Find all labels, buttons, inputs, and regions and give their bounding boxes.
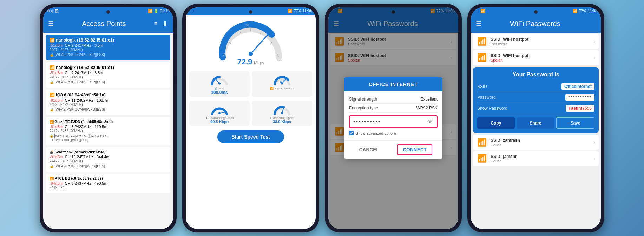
- ping-gauge-svg: [209, 73, 230, 85]
- speed-row: ⬇ Downloading Speed 99.5 Kbps: [186, 99, 316, 128]
- chevron-icon-4-4: ›: [593, 156, 595, 161]
- wifi-card-6[interactable]: 📶 PTCL-BB (c8:3a:35:9a:e2:59) -94dBm CH …: [46, 174, 170, 193]
- wifi-name-1: 📶 nanologix (18:52:82:f5:01:e1): [50, 38, 167, 43]
- password-field[interactable]: •••••••••• 👁: [349, 115, 438, 128]
- download-value: 99.5 Kbps: [191, 120, 248, 124]
- svg-text:50: 50: [245, 24, 249, 27]
- save-button[interactable]: Save: [556, 117, 594, 129]
- download-icon: ⬇ Downloading Speed: [191, 116, 248, 120]
- wifi-freq-4: 2412 - 2432 (20MHz): [50, 129, 167, 134]
- wifi-freq-3: 2452 - 2472 (20MHz): [50, 102, 167, 107]
- pw-info-4-2: SSID: WIFI hostpot Spoian: [491, 53, 590, 62]
- pw-ssid-4-1: SSID: WIFI hostpot: [491, 37, 590, 42]
- filter-icon-1[interactable]: ≡: [154, 20, 158, 27]
- password-dots: ••••••••••: [353, 119, 381, 125]
- status-left-icons-1: ✉ ψ 🖼: [47, 9, 59, 13]
- pw-reveal-screen: 📶 SSID: WIFI hostpot Password › 📶 SSID: …: [471, 33, 601, 229]
- dialog-body: Signal strength Excellent Encryption typ…: [344, 91, 442, 140]
- speed-unit: Mbps: [254, 60, 264, 65]
- pw-ssid-4-3: SSID: zamrash: [491, 138, 590, 143]
- signal-icon: 📶 Signal Strength: [253, 87, 311, 90]
- ssid-row: SSID OfficeInternet: [477, 81, 594, 92]
- wifi-security-4: 🔒 [WPA-PSK-CCMP+TKIP][WPA2-PSK- CCMP+TKI…: [50, 134, 167, 142]
- signal-gauge-svg: 65 %: [271, 73, 293, 85]
- signal-row: Signal strength Excellent: [349, 95, 438, 104]
- ssid-row-label: SSID: [477, 84, 487, 89]
- pw-ssid-4-4: SSID: jamshr: [491, 154, 590, 159]
- signal-strength-2: -51dBm: [50, 71, 63, 75]
- encryption-label: Encryption type: [349, 106, 378, 110]
- pw-item-4-3[interactable]: 📶 SSID: zamrash House ›: [473, 135, 599, 150]
- connect-button[interactable]: CONNECT: [397, 144, 432, 155]
- wifi-detail-3: CH 11 2462MHz 108.7m: [65, 98, 110, 102]
- pw-info-4-3: SSID: zamrash House: [491, 138, 590, 147]
- show-password-value: FastInt7555: [566, 105, 594, 112]
- wifi-name-3: 📶 IQ8.6 (02:94:43:d1:56:1a): [50, 93, 167, 97]
- reveal-actions: Copy Share Save: [477, 117, 594, 129]
- wifi-card-3[interactable]: 📶 IQ8.6 (02:94:43:d1:56:1a) -81dBm CH 11…: [46, 90, 170, 115]
- wifi-signal-2: -51dBm CH 2 2417MHz 3.5m: [50, 71, 167, 75]
- menu-icon-4[interactable]: ☰: [476, 20, 481, 28]
- wifi-card-5[interactable]: 💣 Soloftech2 (ac:84:c6:09:13:3d) -91dBm …: [46, 147, 170, 172]
- wifi-security-2: 🔒 [WPA2-PSK-CCMP+TKIP][ESS]: [50, 80, 167, 85]
- menu-icon-1[interactable]: ☰: [48, 20, 54, 28]
- pw-pass-4-1: Password: [491, 42, 590, 46]
- cancel-button[interactable]: CANCEL: [354, 144, 384, 155]
- wifi-card-4[interactable]: 📶 Jazz-LTE-E2DD (fc:dd:55:68:e2:dd) -81d…: [46, 117, 170, 145]
- signal-card: 65 % 📶 Signal Strength: [252, 71, 312, 97]
- advanced-label: Show advanced options: [356, 131, 397, 135]
- upload-card: ⬆ Uploading Speed 38.9 Kbps: [252, 101, 312, 126]
- svg-point-1: [249, 52, 253, 56]
- page-title-4: WiFi Passwords: [510, 20, 560, 28]
- chevron-icon-4-2: ›: [593, 55, 595, 60]
- pw-item-4-1[interactable]: 📶 SSID: WIFI hostpot Password ›: [473, 34, 599, 49]
- wifi-signal-3: -81dBm CH 11 2462MHz 108.7m: [50, 98, 167, 102]
- wifi-detail-5: CH 10 2457MHz 344.4m: [65, 155, 110, 159]
- encryption-row: Encryption type WPA2 PSK: [349, 104, 438, 113]
- speed-value: 72.9: [237, 57, 252, 66]
- phone-4-screen: 🔵 📶 📶 77% 11:08 ☰ WiFi Passwords 📶 SSID:…: [471, 7, 601, 229]
- wifi-security-3: 🔒 [WPA2-PSK-CCMP][WPS][ESS]: [50, 107, 167, 112]
- pw-pass-4-2: Spoian: [491, 58, 590, 62]
- wifi-icon-4-3: 📶: [477, 138, 487, 147]
- visibility-icon[interactable]: 👁: [427, 119, 433, 125]
- wifi-card-1[interactable]: 📶 nanologix (18:52:82:f5:01:e1) -51dBm C…: [46, 35, 170, 60]
- signal-strength-5: -91dBm: [50, 155, 63, 159]
- svg-line-0: [251, 32, 270, 54]
- svg-text:0: 0: [221, 60, 223, 61]
- ping-card: 📡 Ping 100.0ms: [189, 71, 250, 97]
- ping-label: Ping: [219, 87, 224, 90]
- header-icons-1: ≡ ⏸: [154, 20, 168, 27]
- pw-ssid-4-2: SSID: WIFI hostpot: [491, 53, 590, 58]
- phone-2-screen: 🔵 📶 77% 11:08: [186, 7, 316, 229]
- download-label: Downloading Speed: [209, 116, 234, 120]
- svg-text:100: 100: [277, 60, 282, 61]
- signal-strength-1: -51dBm: [50, 43, 63, 47]
- copy-button[interactable]: Copy: [477, 117, 515, 129]
- encryption-value: WPA2 PSK: [416, 106, 438, 110]
- password-reveal-box: Your Password Is SSID OfficeInternet Pas…: [473, 67, 599, 133]
- password-row-value: **********: [565, 94, 594, 101]
- signal-strength-3: -81dBm: [50, 98, 63, 102]
- pause-icon-1[interactable]: ⏸: [162, 20, 168, 27]
- pw-item-4-2[interactable]: 📶 SSID: WIFI hostpot Spoian ›: [473, 50, 599, 65]
- phone-3: 🔵 📶 📶 77% 11:08 ☰ WiFi Passwords 📶 SSID:…: [325, 4, 462, 232]
- chevron-icon-4-3: ›: [593, 140, 595, 145]
- svg-point-19: [218, 112, 221, 114]
- start-speed-test-button[interactable]: Start Speed Test: [217, 130, 284, 143]
- app-header-1: ☰ Access Points ≡ ⏸: [43, 15, 173, 33]
- wifi-name-2: 📶 nanologix (18:52:82:f5:01:e1): [50, 65, 167, 70]
- reveal-title: Your Password Is: [477, 71, 594, 78]
- wifi-freq-5: 2447 - 2467 (20MHz): [50, 159, 167, 164]
- wifi-signal-1: -51dBm CH 2 2417MHz 3.5m: [50, 43, 167, 47]
- dialog-actions: CANCEL CONNECT: [344, 140, 442, 159]
- phone-4: 🔵 📶 📶 77% 11:08 ☰ WiFi Passwords 📶 SSID:…: [467, 4, 604, 232]
- signal-strength-6: -94dBm: [50, 181, 63, 185]
- wifi-card-2[interactable]: 📶 nanologix (18:52:82:f5:01:e1) -51dBm C…: [46, 62, 170, 88]
- phone-1-screen: ✉ ψ 🖼 📶 🔋 01:19 ☰ Access Points ≡ ⏸ 📶 na…: [43, 7, 173, 229]
- advanced-checkbox[interactable]: [349, 131, 354, 135]
- wifi-icon-4-1: 📶: [477, 37, 487, 46]
- pw-item-4-4[interactable]: 📶 SSID: jamshr House ›: [473, 151, 599, 166]
- share-button[interactable]: Share: [517, 117, 554, 129]
- wifi-icon-4-2: 📶: [477, 53, 487, 62]
